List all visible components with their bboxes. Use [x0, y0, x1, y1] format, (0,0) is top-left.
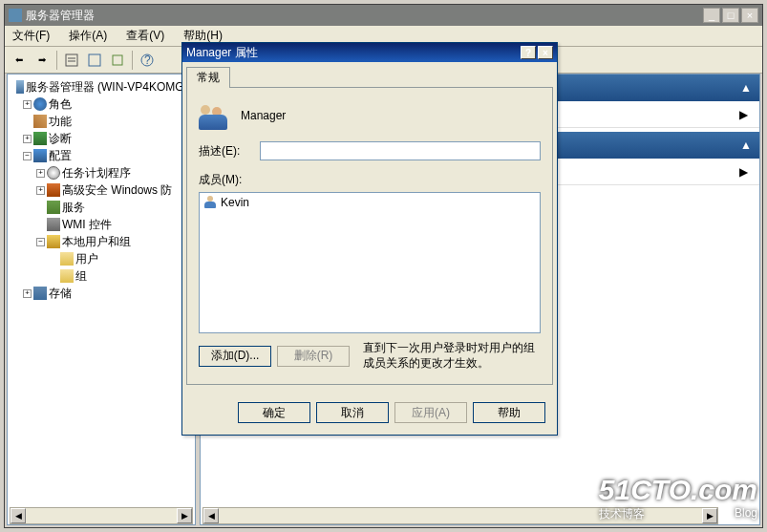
member-buttons-row: 添加(D)... 删除(R) 直到下一次用户登录时对用户的组成员关系的更改才生效… — [199, 341, 541, 371]
users-group-icon — [47, 235, 60, 248]
dialog-close-button[interactable]: × — [538, 46, 553, 59]
menu-action[interactable]: 操作(A) — [65, 26, 111, 46]
expand-icon[interactable]: + — [23, 100, 32, 109]
export-icon — [111, 53, 124, 67]
folder-icon — [60, 252, 74, 266]
tb-prop-button[interactable] — [61, 50, 82, 71]
tree-label: 功能 — [49, 114, 72, 130]
services-icon — [47, 201, 60, 214]
roles-icon — [33, 97, 47, 111]
cancel-button[interactable]: 取消 — [316, 402, 389, 423]
diag-icon — [33, 132, 47, 145]
arrow-right-icon: ▶ — [739, 108, 748, 121]
tab-general[interactable]: 常规 — [186, 67, 230, 88]
description-row: 描述(E): — [199, 141, 541, 160]
scroll-left-button[interactable]: ◀ — [203, 508, 219, 523]
help-button[interactable]: 帮助 — [473, 402, 545, 423]
tree-config[interactable]: −配置 — [23, 148, 193, 163]
chevron-up-icon: ▲ — [740, 138, 752, 152]
expand-icon[interactable]: + — [36, 169, 45, 178]
tree-wmi[interactable]: WMI 控件 — [36, 217, 193, 232]
tree-hscrollbar[interactable]: ◀▶ — [10, 507, 193, 524]
expand-icon[interactable]: + — [36, 186, 45, 195]
nav-forward-button[interactable]: ➡ — [32, 50, 53, 71]
scroll-right-button[interactable]: ▶ — [177, 508, 192, 523]
minimize-button[interactable]: _ — [703, 8, 720, 23]
group-header: Manager — [199, 101, 541, 130]
svg-rect-4 — [113, 55, 122, 65]
group-name: Manager — [241, 109, 286, 122]
user-icon — [203, 196, 217, 209]
ok-button[interactable]: 确定 — [238, 402, 310, 423]
tree-diag[interactable]: +诊断 — [23, 131, 193, 146]
tree-label: 用户 — [75, 251, 98, 267]
tree-roles[interactable]: +角色 — [23, 96, 193, 112]
tree-label: 诊断 — [49, 131, 72, 147]
tree-label: 存储 — [49, 286, 72, 302]
tb-export-button[interactable] — [107, 50, 128, 71]
help-icon: ? — [140, 53, 154, 67]
expand-icon[interactable]: + — [23, 135, 32, 143]
tree-root[interactable]: 服务器管理器 (WIN-VP4KOMGQ — [10, 79, 193, 95]
watermark-sub1: 技术博客 — [599, 506, 645, 522]
config-icon — [33, 149, 47, 162]
tree-root-label: 服务器管理器 (WIN-VP4KOMGQ — [26, 79, 193, 96]
tree-groups[interactable]: 组 — [50, 268, 193, 284]
note-text: 直到下一次用户登录时对用户的组成员关系的更改才生效。 — [363, 341, 541, 371]
svg-rect-0 — [66, 54, 77, 66]
tree-features[interactable]: 功能 — [23, 114, 193, 129]
refresh-icon — [88, 53, 101, 67]
watermark: 51CTO.com 技术博客Blog — [599, 474, 757, 522]
svg-text:?: ? — [144, 53, 151, 67]
tree-services[interactable]: 服务 — [36, 200, 193, 215]
svg-rect-3 — [89, 54, 100, 66]
menu-file[interactable]: 文件(F) — [9, 26, 53, 46]
tree-label: 配置 — [49, 148, 72, 164]
menu-view[interactable]: 查看(V) — [122, 26, 168, 46]
collapse-icon[interactable]: − — [36, 238, 45, 246]
window-buttons: _ □ × — [703, 8, 758, 23]
description-label: 描述(E): — [199, 143, 260, 160]
tree-localusers[interactable]: −本地用户和组 — [36, 234, 193, 249]
tree-label: WMI 控件 — [62, 217, 112, 233]
arrow-right-icon: ▶ — [739, 165, 748, 179]
collapse-icon[interactable]: − — [23, 152, 32, 160]
tree-storage[interactable]: +存储 — [23, 286, 193, 301]
apply-button[interactable]: 应用(A) — [394, 402, 467, 423]
storage-icon — [33, 287, 47, 300]
member-item[interactable]: Kevin — [202, 195, 538, 210]
chevron-up-icon: ▲ — [740, 81, 752, 95]
description-input[interactable] — [260, 141, 541, 160]
remove-button[interactable]: 删除(R) — [277, 346, 350, 367]
firewall-icon — [47, 183, 60, 197]
watermark-sub2: Blog — [735, 506, 757, 522]
tree-label: 角色 — [49, 96, 72, 113]
window-title: 服务器管理器 — [26, 8, 703, 24]
tree-pane[interactable]: 服务器管理器 (WIN-VP4KOMGQ +角色 功能 +诊断 −配置 +任务计… — [7, 74, 196, 525]
tree-firewall[interactable]: +高级安全 Windows 防 — [36, 182, 193, 198]
tree-label: 任务计划程序 — [62, 165, 131, 181]
prop-icon — [65, 53, 78, 67]
tree-task[interactable]: +任务计划程序 — [36, 165, 193, 181]
nav-back-button[interactable]: ⬅ — [9, 50, 30, 71]
tb-help-button[interactable]: ? — [137, 50, 158, 71]
dialog-help-button[interactable]: ? — [521, 46, 536, 59]
tab-panel-general: Manager 描述(E): 成员(M): Kevin 添加(D)... 删除(… — [186, 87, 553, 385]
folder-icon — [60, 269, 74, 283]
tabstrip: 常规 — [182, 62, 557, 87]
add-button[interactable]: 添加(D)... — [199, 346, 271, 367]
dialog-titlebar[interactable]: Manager 属性 ? × — [182, 43, 557, 62]
task-icon — [47, 166, 60, 180]
members-label: 成员(M): — [199, 172, 541, 188]
close-button[interactable]: × — [741, 8, 758, 23]
scroll-left-button[interactable]: ◀ — [11, 508, 26, 523]
main-titlebar[interactable]: 服务器管理器 _ □ × — [5, 5, 762, 26]
tb-refresh-button[interactable] — [84, 50, 105, 71]
watermark-logo: 51CTO.com — [599, 474, 757, 506]
tree-label: 高级安全 Windows 防 — [62, 182, 172, 199]
dialog-title: Manager 属性 — [186, 45, 521, 61]
tree-users[interactable]: 用户 — [50, 251, 193, 266]
expand-icon[interactable]: + — [23, 289, 32, 298]
members-listbox[interactable]: Kevin — [199, 192, 541, 333]
maximize-button[interactable]: □ — [722, 8, 739, 23]
